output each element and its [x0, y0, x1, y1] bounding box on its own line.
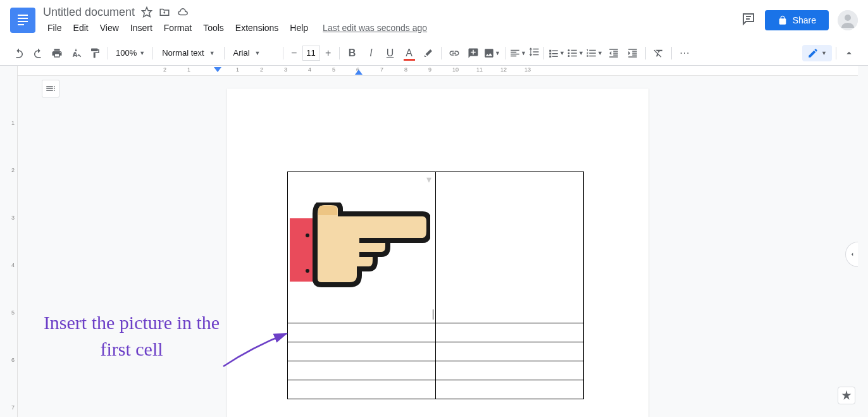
indent-marker-icon[interactable] [355, 70, 363, 76]
table-cell[interactable] [436, 323, 584, 342]
svg-point-10 [568, 49, 570, 51]
chevron-down-icon: ▼ [139, 50, 145, 56]
redo-button[interactable] [29, 44, 47, 62]
underline-button[interactable]: U [381, 44, 399, 62]
menu-format[interactable]: Format [159, 20, 196, 35]
font-family-select[interactable]: Arial▼ [228, 46, 279, 60]
menu-insert[interactable]: Insert [126, 20, 157, 35]
separator [441, 47, 442, 59]
chevron-down-icon: ▼ [821, 50, 827, 56]
line-spacing-button[interactable] [528, 46, 540, 60]
separator [224, 47, 225, 59]
editing-mode-button[interactable]: ▼ [802, 45, 832, 61]
text-cursor [433, 309, 433, 320]
table-row [288, 323, 584, 342]
explore-button[interactable] [838, 387, 855, 404]
chevron-down-icon: ▼ [521, 50, 526, 56]
docs-logo-icon[interactable] [10, 8, 35, 33]
table-cell[interactable] [436, 172, 584, 323]
decrease-font-size-button[interactable]: − [287, 46, 301, 61]
last-edit-link[interactable]: Last edit was seconds ago [323, 23, 427, 33]
chevron-down-icon: ▼ [209, 50, 215, 56]
share-button[interactable]: Share [765, 10, 829, 30]
font-size-input[interactable] [302, 46, 320, 61]
collapse-toolbar-button[interactable] [840, 44, 858, 62]
separator [836, 47, 836, 59]
increase-font-size-button[interactable]: + [321, 46, 335, 61]
chevron-down-icon: ▼ [255, 50, 261, 56]
table-row [288, 380, 584, 399]
table-row [288, 342, 584, 361]
app-header: Untitled document File Edit View Insert … [0, 0, 868, 40]
insert-image-button[interactable]: ▼ [483, 44, 501, 62]
menu-extensions[interactable]: Extensions [231, 20, 283, 35]
bulleted-list-button[interactable]: ▼ [567, 44, 585, 62]
menu-view[interactable]: View [96, 20, 123, 35]
folder-move-icon[interactable] [159, 6, 170, 18]
text-color-button[interactable]: A [400, 44, 418, 62]
document-title[interactable]: Untitled document [43, 6, 135, 19]
workspace: 1 2 3 4 5 6 7 2 1 1 2 3 4 5 6 7 8 9 10 1… [0, 66, 868, 417]
italic-button[interactable]: I [363, 44, 380, 62]
svg-point-12 [568, 55, 570, 57]
star-icon[interactable] [141, 6, 152, 18]
indent-marker-icon[interactable] [214, 67, 221, 75]
svg-marker-5 [142, 8, 152, 17]
add-comment-button[interactable] [464, 44, 482, 62]
menu-tools[interactable]: Tools [199, 20, 228, 35]
table-cell[interactable] [288, 342, 436, 361]
checklist-button[interactable]: ▼ [548, 44, 566, 62]
toolbar: 100%▼ Normal text▼ Arial▼ − + B I U A ▼ … [0, 40, 868, 66]
paint-format-button[interactable] [86, 44, 104, 62]
print-button[interactable] [48, 44, 66, 62]
table-row: ▾ [288, 172, 584, 323]
clear-formatting-button[interactable] [650, 44, 667, 62]
user-avatar[interactable] [838, 10, 858, 30]
align-button[interactable]: ▼ [509, 44, 527, 62]
table-row [288, 361, 584, 380]
document-table[interactable]: ▾ [287, 171, 584, 399]
highlight-color-button[interactable] [419, 44, 437, 62]
horizontal-ruler: 2 1 1 2 3 4 5 6 7 8 9 10 11 12 13 [18, 66, 858, 76]
zoom-select[interactable]: 100%▼ [112, 46, 149, 60]
cloud-status-icon[interactable] [177, 6, 189, 18]
table-cell[interactable] [436, 342, 584, 361]
increase-indent-button[interactable] [624, 44, 642, 62]
undo-button[interactable] [10, 44, 28, 62]
table-cell[interactable] [436, 380, 584, 399]
menu-file[interactable]: File [43, 20, 66, 35]
cell-handle-icon[interactable]: ▾ [426, 173, 434, 180]
insert-link-button[interactable] [445, 44, 463, 62]
more-button[interactable]: ⋯ [676, 44, 693, 62]
share-label: Share [793, 15, 816, 25]
comment-history-icon[interactable] [741, 11, 756, 29]
table-cell[interactable]: ▾ [288, 172, 436, 323]
separator [505, 47, 505, 59]
table-cell[interactable] [288, 361, 436, 380]
numbered-list-button[interactable]: ▼ [586, 44, 604, 62]
paragraph-style-select[interactable]: Normal text▼ [157, 46, 220, 60]
vertical-scrollbar[interactable] [858, 66, 868, 417]
decrease-indent-button[interactable] [605, 44, 623, 62]
svg-rect-15 [290, 218, 315, 282]
annotation-arrow-icon [220, 328, 296, 373]
menu-help[interactable]: Help [285, 20, 313, 35]
vertical-ruler: 1 2 3 4 5 6 7 [0, 66, 18, 417]
table-cell[interactable] [288, 380, 436, 399]
annotation-text: Insert the picture in the first cell [37, 309, 226, 363]
svg-point-17 [306, 269, 309, 273]
separator [152, 47, 153, 59]
chevron-down-icon: ▼ [597, 50, 603, 56]
menu-bar: File Edit View Insert Format Tools Exten… [43, 20, 741, 35]
bold-button[interactable]: B [344, 44, 361, 62]
table-cell[interactable] [436, 361, 584, 380]
separator [671, 47, 672, 59]
page-container: ▾ [18, 76, 858, 417]
table-cell[interactable] [288, 323, 436, 342]
separator [283, 47, 283, 59]
title-area: Untitled document File Edit View Insert … [43, 6, 741, 35]
separator [645, 47, 646, 59]
pointing-hand-image[interactable] [290, 202, 430, 289]
spell-check-button[interactable] [67, 44, 85, 62]
menu-edit[interactable]: Edit [69, 20, 93, 35]
